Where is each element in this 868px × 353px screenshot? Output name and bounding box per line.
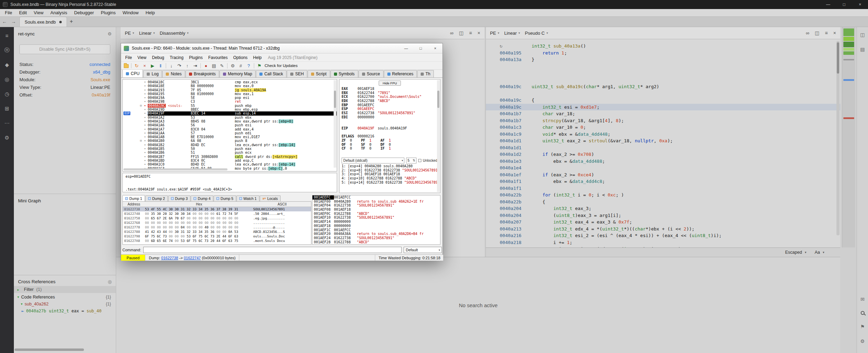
disasm-row[interactable]: •0040A1B651push ecx [123, 151, 337, 154]
disasm-row[interactable]: •0040A1AA57push edi [123, 131, 337, 135]
x32dbg-tab-call-stack[interactable]: Call Stack [256, 70, 286, 77]
command-profile-dropdown[interactable]: Default ▾ [404, 247, 442, 253]
stack-row[interactable]: 001AEF1C001AEFCC [312, 228, 440, 232]
xref-group-code-references[interactable]: ▾ Code References {1} [14, 294, 116, 300]
calling-convention-select[interactable]: Default (stdcall)▾ [342, 158, 404, 163]
disasm-row[interactable]: •0040A1BD83C4 0Cadd esp,C [123, 159, 337, 162]
code-line[interactable] [486, 77, 840, 84]
unlocked-checkbox[interactable]: Unlocked [418, 159, 437, 162]
panel-toggle-icon[interactable]: ◫ [860, 32, 865, 37]
maximize-button[interactable]: □ [836, 0, 852, 9]
code-line[interactable] [486, 90, 840, 97]
disasm-row[interactable]: •0040A1A253push ebx [123, 116, 337, 119]
code-line[interactable]: 0040a1ef if (eax_2 >= 0xce4) [486, 171, 840, 178]
gear-icon[interactable]: ⚙ [108, 31, 112, 36]
code-line[interactable]: 0040a1c3 char var_10 = 0; [486, 124, 840, 131]
pause-icon[interactable]: ‖ [158, 63, 163, 68]
x32dbg-menu-help[interactable]: Help [250, 55, 265, 60]
minimize-button[interactable]: — [820, 0, 836, 9]
hlil-icon[interactable]: Ⓗ [5, 47, 10, 53]
run-to-return-icon[interactable]: ⇥ [192, 63, 198, 68]
hide-fpu-button[interactable]: Hide FPU [379, 81, 401, 86]
register-row[interactable]: ECX01622700"ouls.Document\Souls" [340, 95, 440, 99]
code-line[interactable]: 0040a207 int32_t eax_4 = eax_3 & 0x7f; [486, 219, 840, 226]
stack-row[interactable]: 001AEF0C01622788"ABCD" [312, 212, 440, 216]
menu-file[interactable]: File [1, 9, 16, 16]
code-line[interactable]: 0040a1d2 if (eax_2 >= 0x708) [486, 151, 840, 158]
breadcrumb-pseudo-c[interactable]: Pseudo C [525, 31, 545, 36]
history-icon[interactable]: ◷ [5, 91, 9, 97]
x32dbg-menu-plugins[interactable]: Plugins [186, 55, 205, 60]
disasm-row[interactable]: EIP•0040A19F83EC 14sub esp,14 [123, 111, 337, 115]
open-file-icon[interactable] [124, 64, 129, 68]
check-updates-label[interactable]: Check for Updates [265, 64, 298, 68]
breadcrumb-linear[interactable]: Linear [504, 31, 517, 36]
code-scrollbar[interactable] [836, 41, 840, 235]
stack-row[interactable]: 001AEF1800000000 [312, 224, 440, 228]
dump-tab-dump-4[interactable]: Dump 4 [191, 195, 213, 201]
code-line[interactable]: 0040a216 int32_t esi_2 = (esi ^ (eax_4 *… [486, 232, 840, 239]
stack-row[interactable]: 001AEF0401622738"SOUL001234567891" [312, 203, 440, 208]
registers-scrollbar[interactable] [437, 80, 440, 192]
arg-count-spinner[interactable]: 5⇅ [406, 158, 416, 163]
tags-panel-icon[interactable]: ⚑ [860, 324, 865, 329]
disasm-row[interactable]: •0040A18EB8 00000000mov eax,0 [123, 84, 337, 88]
code-line[interactable]: 0040a1f1 ebx = &data_4dd4c8; [486, 178, 840, 185]
code-line[interactable]: 0040a1e3 ebx = &data_4dd488; [486, 158, 840, 165]
dump-row[interactable]: 016227986F 75 6C 73 00 00 00 53 6F 75 6C… [123, 234, 311, 238]
x32dbg-tab-memory-map[interactable]: Memory Map [220, 70, 256, 77]
dump-end-address[interactable]: 01622747 [184, 256, 201, 260]
dump-row[interactable]: 0162276800 00 00 00 00 00 00 00 00 00 00… [123, 220, 311, 225]
minimize-button[interactable]: — [399, 43, 413, 53]
split-pane-icon[interactable]: ◫ [815, 30, 819, 36]
feature-map[interactable] [842, 27, 855, 247]
disasm-row[interactable]: •0040A1B550push eax [123, 147, 337, 151]
stack-row[interactable]: 001AEF08001AEF18 [312, 208, 440, 212]
code-line[interactable]: 0040a1b7 strncpy(&var_18, &arg1[4], 8); [486, 117, 840, 124]
code-line[interactable]: 0040a19c{ [486, 97, 840, 104]
code-line[interactable]: 0040a204 (uint8_t)eax_3 = arg1[i]; [486, 212, 840, 219]
disasm-row[interactable]: •0040A1ABBE E7D10000mov esi,D1E7 [123, 135, 337, 139]
breakpoint-icon[interactable]: ● [203, 63, 209, 68]
stack-row[interactable]: 001AEF1400000000 [312, 220, 440, 224]
x32dbg-menu-favourites[interactable]: Favourites [205, 55, 230, 60]
x32dbg-tab-notes[interactable]: Notes [162, 70, 185, 77]
argument-row[interactable]: 4: [esp+10] 01622788 01622788 "ABCD" [340, 176, 440, 180]
menu-analysis[interactable]: Analysis [47, 9, 70, 16]
register-row[interactable]: EDI00000000 [340, 115, 440, 119]
close-icon[interactable]: × [142, 63, 147, 68]
dump-row[interactable]: 0162277800 00 00 00 00 00 04 00 00 00 40… [123, 225, 311, 229]
code-line[interactable] [486, 70, 840, 77]
dump-start-address[interactable]: 01622738 [161, 256, 178, 260]
chevron-down-icon[interactable]: ▾ [21, 302, 23, 306]
menu-icon[interactable]: ≡ [6, 33, 9, 39]
breadcrumb-disassembly[interactable]: Disassembly [160, 31, 186, 36]
collapse-icon[interactable]: ⊟ [140, 104, 142, 108]
step-out-icon[interactable]: ↑ [184, 63, 190, 68]
search-mode-dropdown[interactable]: Escaped [785, 250, 802, 255]
settings-icon[interactable]: ⚙ [5, 135, 9, 141]
dump-tab-dump-3[interactable]: Dump 3 [168, 195, 191, 201]
settings-icon[interactable]: ⚙ [230, 63, 235, 68]
disasm-row[interactable]: ⊟•0040A1B06A 08push 8 [123, 139, 337, 143]
step-into-icon[interactable]: ↓ [169, 63, 174, 68]
refresh-icon[interactable]: ↻ [500, 43, 502, 49]
disable-sync-button[interactable]: Disable Sync (Alt+Shift+S) [19, 44, 110, 54]
help-icon[interactable]: ? [246, 63, 251, 68]
disasm-row[interactable]: •0040A1B28D4D EClea ecx,dword ptr ss:[eb… [123, 143, 337, 147]
x32dbg-menu-file[interactable]: File [122, 55, 135, 60]
xref-line[interactable]: ⇤ 0040a27b uint32_t eax = sub_40 [14, 308, 116, 314]
x32dbg-tab-references[interactable]: References [384, 70, 417, 77]
argument-row[interactable]: 5: [esp+14] 01622738 01622738 "SOUL00123… [340, 180, 440, 185]
dump-tab-dump-5[interactable]: Dump 5 [214, 195, 236, 201]
split-pane-icon[interactable]: ◫ [459, 30, 463, 36]
disasm-row[interactable]: •0040A19D8BECmov ebp,esp [123, 108, 337, 111]
log-icon[interactable]: ▤ [211, 63, 217, 68]
disasm-row[interactable]: •0040A19A5Epop esi [123, 96, 337, 100]
more-icon[interactable]: ⋯ [5, 120, 10, 126]
breadcrumb-pe[interactable]: PE [490, 31, 496, 36]
pane-close-icon[interactable]: × [833, 30, 836, 36]
flags-row[interactable]: OF0SF0DF0 [340, 143, 440, 147]
dump-tab-watch-1[interactable]: Watch 1 [237, 195, 259, 201]
restart-icon[interactable]: ↻ [134, 63, 139, 68]
